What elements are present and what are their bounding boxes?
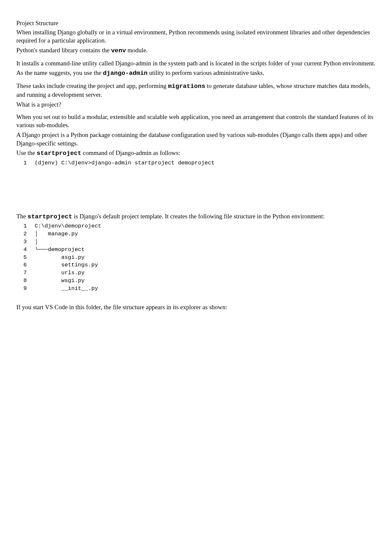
text: The [16, 213, 27, 220]
line-number: 3 [22, 238, 35, 246]
paragraph: When installing Django globally or in a … [16, 28, 376, 45]
line-content: C:\djenv\demoproject [35, 222, 101, 230]
line-number: 2 [22, 230, 35, 238]
code-line: 4└───demoproject [16, 246, 376, 254]
paragraph: As the name suggests, you use the django… [16, 69, 376, 78]
code-line: 6 settings.py [16, 261, 376, 269]
paragraph: The startproject is Django's default pro… [16, 212, 376, 221]
line-number: 1 [22, 159, 35, 167]
line-number: 4 [22, 246, 35, 254]
line-content: └───demoproject [35, 246, 85, 254]
line-number: 6 [22, 261, 35, 269]
code-block: 1(djenv) C:\djenv>django-admin startproj… [16, 159, 376, 167]
paragraph: When you set out to build a modular, ext… [16, 113, 376, 129]
paragraph: Python's standard library contains the v… [16, 46, 376, 55]
line-number: 7 [22, 269, 35, 277]
text: Use the [16, 149, 37, 156]
paragraph: Use the startproject command of Django-a… [16, 149, 376, 158]
code-line: 1C:\djenv\demoproject [16, 222, 376, 230]
inline-code: venv [111, 47, 126, 54]
code-line: 7 urls.py [16, 269, 376, 277]
text: module. [126, 47, 148, 54]
text: As the name suggests, you use the [16, 69, 103, 76]
page-title: Project Structure [16, 19, 376, 27]
code-line: 9 __init__.py [16, 285, 376, 293]
text: Python's standard library contains the [16, 47, 111, 54]
line-content: │ [35, 238, 41, 246]
paragraph: If you start VS Code in this folder, the… [16, 303, 376, 311]
text: is Django's default project template. It… [72, 213, 325, 220]
code-line: 5 asgi.py [16, 254, 376, 261]
paragraph: What is a project? [16, 100, 376, 109]
text: utility to perform various administrativ… [148, 69, 264, 76]
line-content: settings.py [35, 261, 98, 269]
line-number: 9 [22, 285, 35, 293]
inline-code: migrations [168, 83, 205, 90]
code-line: 3│ [16, 238, 376, 246]
line-content: asgi.py [35, 254, 85, 261]
paragraph: A Django project is a Python package con… [16, 131, 376, 147]
text: These tasks include creating the project… [16, 82, 168, 89]
line-content: urls.py [35, 269, 85, 277]
text: command of Django-admin as follows: [81, 149, 180, 156]
line-content: wsgi.py [35, 277, 85, 285]
paragraph: These tasks include creating the project… [16, 82, 376, 99]
paragraph: It installs a command-line utility calle… [16, 59, 376, 68]
inline-code: startproject [37, 150, 81, 157]
inline-code: django-admin [103, 70, 148, 77]
line-number: 1 [22, 222, 35, 230]
line-content: __init__.py [35, 285, 98, 293]
line-number: 8 [22, 277, 35, 285]
code-line: 8 wsgi.py [16, 277, 376, 285]
inline-code: startproject [27, 213, 72, 220]
line-content: (djenv) C:\djenv>django-admin startproje… [35, 159, 215, 167]
code-line: 1(djenv) C:\djenv>django-admin startproj… [16, 159, 376, 167]
line-content: │ manage.py [35, 230, 78, 238]
code-line: 2│ manage.py [16, 230, 376, 238]
code-block: 1C:\djenv\demoproject2│ manage.py3│ 4└──… [16, 222, 376, 292]
line-number: 5 [22, 254, 35, 261]
